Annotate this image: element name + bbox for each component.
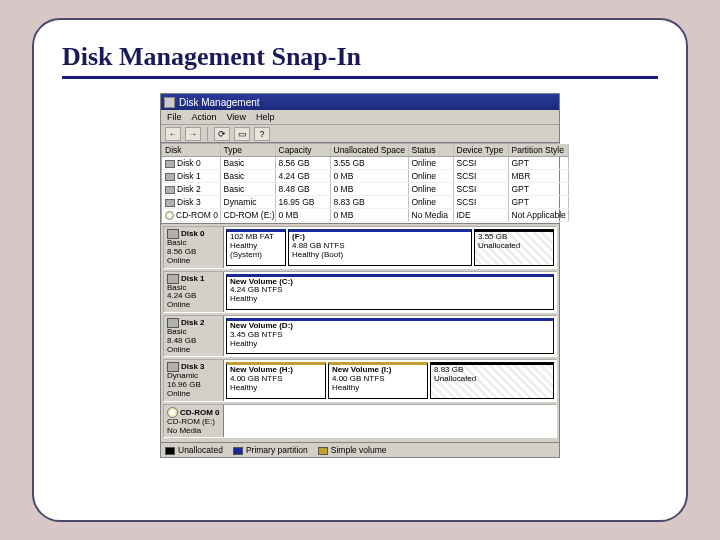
cell-pstyle: GPT [508, 196, 568, 209]
cell-pstyle: Not Applicable [508, 209, 568, 222]
graphical-pane: Disk 0 Basic 8.56 GB Online 102 MB FAT H… [161, 223, 559, 442]
col-disk[interactable]: Disk [162, 144, 220, 157]
disk-type: Basic [167, 283, 187, 292]
disk0-header[interactable]: Disk 0 Basic 8.56 GB Online [164, 227, 224, 267]
disk2-volumes: New Volume (D:) 3.45 GB NTFS Healthy [224, 316, 556, 356]
window-titlebar[interactable]: Disk Management [161, 94, 559, 110]
cell-pstyle: MBR [508, 170, 568, 183]
menu-help[interactable]: Help [256, 112, 275, 122]
cdrom-row: CD-ROM 0 CD-ROM (E:) No Media [163, 404, 557, 439]
col-status[interactable]: Status [408, 144, 453, 157]
disk2-row: Disk 2 Basic 8.48 GB Online New Volume (… [163, 315, 557, 357]
cell-devtype: SCSI [453, 183, 508, 196]
disk2-header[interactable]: Disk 2 Basic 8.48 GB Online [164, 316, 224, 356]
cell-capacity: 4.24 GB [275, 170, 330, 183]
cell-type: Dynamic [220, 196, 275, 209]
toolbar: ← → ⟳ ▭ ? [161, 125, 559, 143]
cdrom-header[interactable]: CD-ROM 0 CD-ROM (E:) No Media [164, 405, 224, 438]
nav-back-button[interactable]: ← [165, 127, 181, 141]
disk-name: CD-ROM 0 [180, 407, 220, 416]
disk0-vol-system[interactable]: 102 MB FAT Healthy (System) [226, 229, 286, 265]
disk0-unallocated[interactable]: 3.55 GB Unallocated [474, 229, 554, 265]
disk-name: Disk 2 [181, 318, 205, 327]
disk-status: Online [167, 389, 190, 398]
disk3-vol-h[interactable]: New Volume (H:) 4.00 GB NTFS Healthy [226, 362, 326, 398]
disk3-header[interactable]: Disk 3 Dynamic 16.96 GB Online [164, 360, 224, 400]
cell-capacity: 16.95 GB [275, 196, 330, 209]
cell-unalloc: 0 MB [330, 183, 408, 196]
menu-file[interactable]: File [167, 112, 182, 122]
cell-status: Online [408, 170, 453, 183]
disk1-vol-c[interactable]: New Volume (C:) 4.24 GB NTFS Healthy [226, 274, 554, 310]
disk-type: CD-ROM (E:) [167, 417, 215, 426]
swatch-primary-icon [233, 447, 243, 455]
cell-type: CD-ROM (E:) [220, 209, 275, 222]
disk-size: 16.96 GB [167, 380, 201, 389]
disk0-vol-f[interactable]: (F:) 4.88 GB NTFS Healthy (Boot) [288, 229, 472, 265]
disk0-row: Disk 0 Basic 8.56 GB Online 102 MB FAT H… [163, 226, 557, 268]
cell-disk: Disk 0 [177, 158, 201, 168]
cell-disk: Disk 2 [177, 184, 201, 194]
cell-type: Basic [220, 170, 275, 183]
disk-management-window: Disk Management File Action View Help ← … [160, 93, 560, 458]
menu-action[interactable]: Action [192, 112, 217, 122]
disk-size: 4.24 GB [167, 291, 196, 300]
legend-simple: Simple volume [318, 445, 387, 455]
disk1-header[interactable]: Disk 1 Basic 4.24 GB Online [164, 272, 224, 312]
menu-view[interactable]: View [227, 112, 246, 122]
legend: Unallocated Primary partition Simple vol… [161, 442, 559, 457]
help-button[interactable]: ? [254, 127, 270, 141]
disk-status: No Media [167, 426, 201, 435]
vol-status: Healthy (Boot) [292, 251, 468, 260]
table-row[interactable]: Disk 0 Basic 8.56 GB 3.55 GB Online SCSI… [162, 157, 568, 170]
disk-icon [165, 160, 175, 168]
disk-list-table[interactable]: Disk Type Capacity Unallocated Space Sta… [161, 143, 559, 223]
refresh-button[interactable]: ⟳ [214, 127, 230, 141]
disk3-volumes: New Volume (H:) 4.00 GB NTFS Healthy New… [224, 360, 556, 400]
vol-status: Unallocated [478, 242, 550, 251]
disk-type: Basic [167, 327, 187, 336]
legend-unallocated-label: Unallocated [178, 445, 223, 455]
cell-devtype: SCSI [453, 170, 508, 183]
disk-status: Online [167, 300, 190, 309]
properties-button[interactable]: ▭ [234, 127, 250, 141]
cell-capacity: 8.56 GB [275, 157, 330, 170]
cdrom-icon [165, 211, 174, 220]
cell-type: Basic [220, 157, 275, 170]
table-header-row: Disk Type Capacity Unallocated Space Sta… [162, 144, 568, 157]
nav-forward-button[interactable]: → [185, 127, 201, 141]
cell-status: Online [408, 183, 453, 196]
swatch-unallocated-icon [165, 447, 175, 455]
col-type[interactable]: Type [220, 144, 275, 157]
vol-size: 4.24 GB NTFS [230, 286, 550, 295]
table-row[interactable]: CD-ROM 0 CD-ROM (E:) 0 MB 0 MB No Media … [162, 209, 568, 222]
col-devtype[interactable]: Device Type [453, 144, 508, 157]
properties-icon: ▭ [238, 129, 247, 139]
disk-type: Basic [167, 238, 187, 247]
col-pstyle[interactable]: Partition Style [508, 144, 568, 157]
arrow-right-icon: → [189, 129, 198, 139]
cell-unalloc: 8.83 GB [330, 196, 408, 209]
disk3-unallocated[interactable]: 8.83 GB Unallocated [430, 362, 554, 398]
cell-devtype: SCSI [453, 157, 508, 170]
cell-capacity: 8.48 GB [275, 183, 330, 196]
table-row[interactable]: Disk 1 Basic 4.24 GB 0 MB Online SCSI MB… [162, 170, 568, 183]
cdrom-volumes [224, 405, 556, 438]
toolbar-separator [207, 127, 208, 141]
cell-status: Online [408, 196, 453, 209]
disk1-volumes: New Volume (C:) 4.24 GB NTFS Healthy [224, 272, 556, 312]
table-row[interactable]: Disk 3 Dynamic 16.95 GB 8.83 GB Online S… [162, 196, 568, 209]
disk-name: Disk 3 [181, 363, 205, 372]
disk3-vol-i[interactable]: New Volume (I:) 4.00 GB NTFS Healthy [328, 362, 428, 398]
vol-status: Healthy [230, 384, 322, 393]
col-capacity[interactable]: Capacity [275, 144, 330, 157]
disk2-vol-d[interactable]: New Volume (D:) 3.45 GB NTFS Healthy [226, 318, 554, 354]
legend-primary-label: Primary partition [246, 445, 308, 455]
slide-frame: Disk Management Snap-In Disk Management … [32, 18, 688, 522]
col-unalloc[interactable]: Unallocated Space [330, 144, 408, 157]
app-icon [164, 97, 175, 108]
cell-disk: CD-ROM 0 [176, 210, 218, 220]
table-row[interactable]: Disk 2 Basic 8.48 GB 0 MB Online SCSI GP… [162, 183, 568, 196]
disk-name: Disk 1 [181, 274, 205, 283]
vol-status: Healthy [230, 340, 550, 349]
